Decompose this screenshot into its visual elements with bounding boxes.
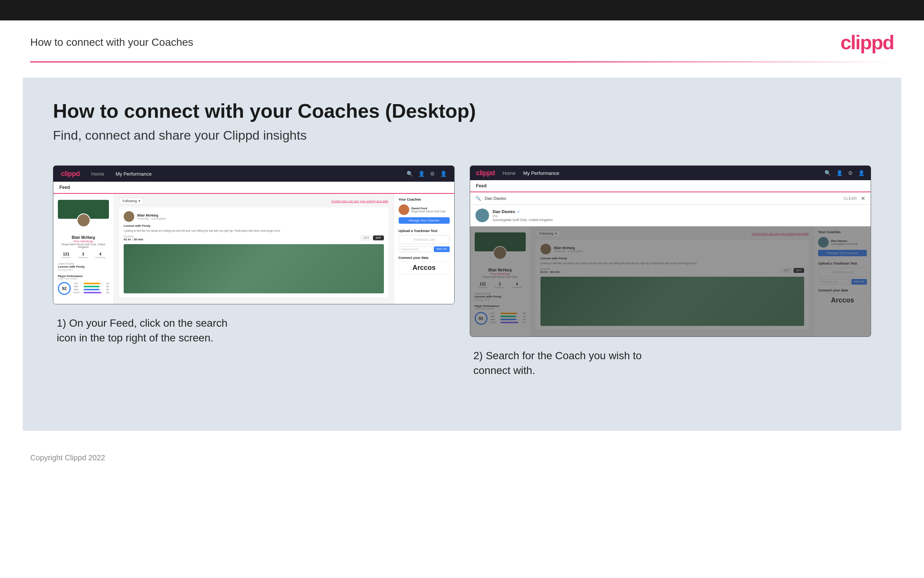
pp-sub-2: Total Player Quality (475, 307, 526, 310)
profile-club-1: Royal North Devon Golf Club, United King… (58, 243, 109, 248)
feed-tab-2[interactable]: Feed (476, 180, 487, 192)
duration-val-2: 01 hr : 30 min (540, 270, 560, 274)
feed-tab-1[interactable]: Feed (59, 182, 70, 194)
coach-club-1: Royal North Devon Golf Club (411, 210, 445, 213)
stat-followers-label: Followers (78, 256, 88, 258)
search-icon-nav-2[interactable]: 🔍 (825, 170, 831, 176)
profile-stats-2: 131 Activities 3 Followers 4 (475, 282, 526, 289)
following-row-1: Following ▾ Control who can see your act… (119, 198, 388, 205)
add-link-btn-1[interactable]: Add Link (434, 247, 449, 252)
manage-coaches-btn-2[interactable]: Manage Your Coaches (818, 250, 867, 256)
avatar-icon-nav[interactable]: 👤 (440, 171, 447, 177)
bar-putt-fill-2 (500, 322, 518, 323)
main-heading: How to connect with your Coaches (Deskto… (53, 100, 871, 122)
following-button-2: Following ▾ (536, 230, 560, 237)
nav-home-2[interactable]: Home (503, 170, 516, 176)
result-name-row: Dan Davies ✓ (493, 209, 553, 214)
act-desc-2: Looking to feel like my hands are exitin… (540, 261, 804, 265)
bar-app-val: 85 (104, 286, 109, 288)
arccos-logo-2: Arccos (818, 294, 867, 307)
chevron-icon-2: ▾ (555, 232, 557, 235)
stat-followers-val: 3 (78, 252, 88, 256)
pp-title-2: Player Performance (475, 305, 526, 307)
header-divider (30, 61, 894, 62)
app-btn-1[interactable]: APP (373, 235, 384, 240)
activity-card-2: Blair McHarg Yesterday · Sunningdale Les… (536, 240, 809, 330)
bar-app-2: APP 85 (490, 315, 526, 318)
nav-home-1[interactable]: Home (91, 171, 104, 177)
bar-ott-track (84, 283, 102, 284)
settings-icon-nav[interactable]: ⚙ (430, 171, 435, 177)
manage-coaches-btn-1[interactable]: Manage Your Coaches (399, 217, 450, 224)
trackman-row-2: Trackman Link Add Link (818, 279, 867, 285)
result-club-1: Sunningdale Golf Club, United Kingdom (493, 218, 553, 222)
coach-avatar-2 (818, 237, 829, 248)
profile-handicap-2: Plus Handicap (475, 272, 526, 276)
person-icon-nav-2[interactable]: 👤 (836, 170, 843, 176)
profile-panel-1: Blair McHarg Plus Handicap Royal North D… (53, 194, 114, 304)
coach-card-1: David Ford Royal North Devon Golf Club (399, 205, 450, 215)
bar-putt-label: PUTT (74, 291, 82, 294)
search-input-value[interactable]: Dan Davies (485, 196, 840, 201)
search-icon-nav[interactable]: 🔍 (406, 171, 413, 177)
screenshot-2-col: clippd Home My Performance 🔍 👤 ⚙ 👤 Feed (470, 166, 871, 378)
settings-icon-nav-2[interactable]: ⚙ (848, 170, 853, 176)
profile-avatar-1 (77, 213, 91, 227)
trackman-placeholder-1[interactable]: Trackman Link (399, 235, 450, 244)
connect-title-1: Connect your data (399, 256, 450, 260)
clear-button[interactable]: CLEAR (843, 196, 857, 201)
action-btns-1: OTT APP (361, 235, 384, 240)
trackman-link-input-1[interactable]: Trackman Link (399, 247, 433, 252)
person-icon-nav[interactable]: 👤 (418, 171, 425, 177)
act-title-1: Lesson with Fordy (124, 224, 384, 227)
bar-app-val-2: 85 (520, 315, 526, 318)
search-icon-2: 🔍 (476, 196, 481, 201)
search-result-1[interactable]: Dan Davies ✓ Pro Sunningdale Golf Club, … (470, 205, 871, 226)
stat-col-act-2: 131 Activities (479, 282, 487, 289)
bar-app-label: APP (74, 286, 82, 288)
activity-image-2 (540, 277, 804, 326)
nav-bar-1: clippd Home My Performance 🔍 👤 ⚙ 👤 (53, 166, 454, 182)
profile-name-1: Blair McHarg (58, 235, 109, 240)
duration-info-2: Duration 01 hr : 30 min (540, 268, 560, 274)
act-name-1: Blair McHarg (137, 213, 166, 217)
quality-score-1: 92 (58, 282, 71, 295)
arccos-logo-1: Arccos (399, 261, 450, 274)
player-perf-1: Player Performance Total Player Quality … (58, 275, 109, 295)
following-button-1[interactable]: Following ▾ (119, 198, 144, 205)
bar-arg-label: ARG (74, 289, 82, 291)
off-btn-1[interactable]: OTT (361, 235, 371, 240)
trackman-title-2: Upload a Trackman Test (818, 261, 867, 265)
bar-arg: ARG 86 (74, 289, 109, 291)
trackman-title-1: Upload a Trackman Test (399, 229, 450, 233)
bar-app-track (84, 286, 102, 287)
control-link-1[interactable]: Control who can see your activity and da… (331, 200, 388, 203)
bar-putt-label-2: PUTT (490, 321, 499, 324)
middle-panel-2: Following ▾ Control who can see your act… (531, 226, 814, 336)
close-search-icon[interactable]: ✕ (861, 195, 866, 201)
stat-following: 4 Following (96, 252, 105, 258)
coach-name-1: David Ford (411, 207, 445, 210)
clippd-logo: clippd (840, 31, 894, 54)
following-chevron-icon: ▾ (138, 199, 140, 203)
bar-putt-track (84, 292, 102, 293)
trackman-link-input-2: Trackman Link (818, 279, 850, 285)
avatar-icon-nav-2[interactable]: 👤 (858, 170, 865, 176)
nav-myperformance-2[interactable]: My Performance (523, 170, 559, 176)
feed-content-2: Blair McHarg Plus Handicap Royal North D… (470, 226, 871, 336)
bar-putt-val: 96 (104, 291, 109, 294)
stat-ing-lbl-2: Following (512, 286, 521, 289)
quality-row-2: 92 OTT 90 (475, 312, 526, 325)
stat-fol-lbl-2: Followers (495, 286, 505, 289)
middle-panel-1: Following ▾ Control who can see your act… (114, 194, 394, 304)
connect-title-2: Connect your data (818, 289, 867, 292)
bar-putt-val-2: 96 (520, 321, 526, 324)
feed-content-1: Blair McHarg Plus Handicap Royal North D… (53, 194, 454, 304)
bar-ott-fill-2 (500, 313, 517, 314)
action-btns-2: OTT APP (782, 268, 804, 273)
trackman-placeholder-2: Trackman Link (818, 268, 867, 277)
bar-app: APP 85 (74, 286, 109, 288)
latest-activity-1: Latest Activity Lesson with Fordy 03 Aug… (58, 262, 109, 271)
nav-myperformance-1[interactable]: My Performance (116, 171, 152, 177)
bar-ott-label: OTT (74, 283, 82, 285)
